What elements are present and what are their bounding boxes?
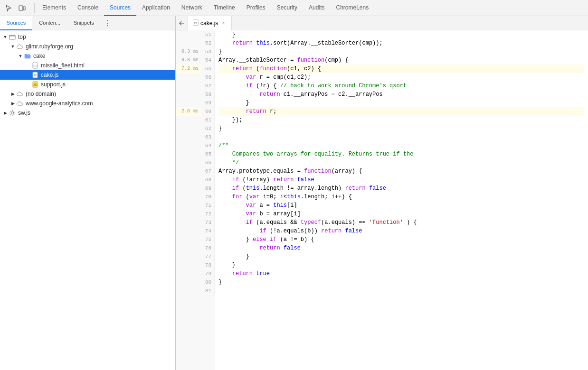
tab-timeline[interactable]: Timeline <box>208 0 241 16</box>
timing-55: 7.2 ms <box>176 65 201 73</box>
tree-item-missile-fleet[interactable]: HTMLmissile_fleet.html <box>0 61 175 70</box>
svg-rect-1 <box>23 7 25 10</box>
tree-item-google-analytics[interactable]: ▶www.google-analytics.com <box>0 99 175 108</box>
tree-icon-cake-folder <box>24 52 31 60</box>
file-tab-cakejs-close[interactable]: × <box>220 20 227 27</box>
gutter-row-63: 63 <box>176 133 215 141</box>
tree-label-cake-js: cake.js <box>41 72 58 78</box>
code-line-73: if (a.equals && typeof(a.equals) == 'fun… <box>218 218 584 227</box>
gutter-row-75: 75 <box>176 235 215 244</box>
gutter-row-53: 0.3 ms53 <box>176 47 215 56</box>
code-area[interactable]: 51520.3 ms530.8 ms547.2 ms55565758592.0 … <box>176 30 588 370</box>
svg-text:JS: JS <box>33 83 37 86</box>
gutter-row-78: 78 <box>176 261 215 269</box>
tree-item-cake-js[interactable]: JScake.js <box>0 70 175 80</box>
linenum-66: 66 <box>201 158 215 167</box>
tab-security[interactable]: Security <box>271 0 303 16</box>
code-line-53: } <box>218 47 584 56</box>
code-line-80: } <box>218 278 584 287</box>
code-line-64: /** <box>218 141 584 150</box>
tree-chevron-missile-fleet <box>25 62 31 69</box>
code-line-78: } <box>218 261 584 269</box>
code-line-74: if (!a.equals(b)) return false <box>218 227 584 235</box>
timing-53: 0.3 ms <box>176 47 201 56</box>
svg-rect-0 <box>19 6 23 10</box>
tree-chevron-cake-folder: ▼ <box>17 53 24 59</box>
tab-chromelens[interactable]: ChromeLens <box>330 0 374 16</box>
gutter-row-57: 57 <box>176 82 215 90</box>
tree-icon-sw-js <box>9 109 16 117</box>
code-line-59: } <box>218 99 584 107</box>
tab-application[interactable]: Application <box>136 0 176 16</box>
gutter-row-67: 67 <box>176 167 215 176</box>
sub-tab-snippets[interactable]: Snippets <box>67 16 101 30</box>
tree-item-glimr[interactable]: ▼glimr.rubyforge.org <box>0 42 175 51</box>
gutter-row-77: 77 <box>176 252 215 261</box>
tree-label-cake-folder: cake <box>33 53 45 59</box>
code-line-52: return this.sort(Array.__stableSorter(cm… <box>218 39 584 47</box>
timing-60: 2.0 ms <box>176 107 201 116</box>
tree-item-support-js[interactable]: JSsupport.js <box>0 80 175 89</box>
linenum-58: 58 <box>201 90 215 99</box>
tab-profiles[interactable]: Profiles <box>241 0 271 16</box>
gutter-row-72: 72 <box>176 210 215 218</box>
code-content[interactable]: } return this.sort(Array.__stableSorter(… <box>215 30 588 370</box>
toolbar-icon-group <box>2 1 28 15</box>
linenum-69: 69 <box>201 184 215 193</box>
gutter-row-62: 62 <box>176 124 215 133</box>
linenum-73: 73 <box>201 218 215 227</box>
gutter-row-70: 70 <box>176 193 215 201</box>
tree-chevron-google-analytics: ▶ <box>9 100 16 107</box>
tree-item-sw-js[interactable]: ▶sw.js <box>0 108 175 118</box>
tree-icon-no-domain <box>16 90 24 98</box>
file-tabs: JScake.js× <box>176 16 588 30</box>
code-line-68: if (!array) return false <box>218 176 584 184</box>
linenum-52: 52 <box>201 39 215 47</box>
linenum-71: 71 <box>201 201 215 210</box>
tab-elements[interactable]: Elements <box>37 0 72 16</box>
tree-chevron-glimr: ▼ <box>9 43 16 50</box>
file-tab-cakejs[interactable]: JScake.js× <box>188 16 232 30</box>
code-line-77: } <box>218 252 584 261</box>
gutter-row-76: 76 <box>176 244 215 252</box>
tree-item-top[interactable]: ▼top <box>0 32 175 42</box>
gutter-row-80: 80 <box>176 278 215 287</box>
sub-tabs-more-button[interactable]: ⋮ <box>102 18 113 29</box>
main-container: SourcesConten...Snippets⋮ ▼top▼glimr.rub… <box>0 16 588 370</box>
code-line-67: Array.prototype.equals = function(array)… <box>218 167 584 176</box>
sub-tab-sources[interactable]: Sources <box>0 16 32 30</box>
code-line-79: return true <box>218 269 584 278</box>
code-line-76: return false <box>218 244 584 252</box>
gutter-row-58: 58 <box>176 90 215 99</box>
code-line-65: Compares two arrays for equality. Return… <box>218 150 584 158</box>
gutter-row-59: 59 <box>176 99 215 107</box>
tab-sources[interactable]: Sources <box>104 0 136 16</box>
linenum-56: 56 <box>201 73 215 82</box>
gutter-row-73: 73 <box>176 218 215 227</box>
tab-console[interactable]: Console <box>72 0 104 16</box>
file-tab-navigate-icon[interactable] <box>176 16 188 30</box>
linenum-53: 53 <box>201 47 215 56</box>
sub-tab-content[interactable]: Conten... <box>32 16 67 30</box>
tree-chevron-support-js <box>25 81 31 88</box>
tab-network[interactable]: Network <box>176 0 208 16</box>
tree-item-cake-folder[interactable]: ▼cake <box>0 51 175 61</box>
code-line-70: for (var i=0; i<this.length; i++) { <box>218 193 584 201</box>
linenum-59: 59 <box>201 99 215 107</box>
svg-text:HTML: HTML <box>33 65 38 67</box>
tree-chevron-sw-js: ▶ <box>2 110 9 116</box>
linenum-55: 55 <box>201 65 215 73</box>
toolbar: ElementsConsoleSourcesApplicationNetwork… <box>0 0 588 16</box>
linenum-81: 81 <box>201 287 215 295</box>
linenum-64: 64 <box>201 141 215 150</box>
tree-label-glimr: glimr.rubyforge.org <box>26 43 73 50</box>
linenum-77: 77 <box>201 252 215 261</box>
code-line-62: } <box>218 124 584 133</box>
cursor-icon[interactable] <box>2 1 15 15</box>
tab-audits[interactable]: Audits <box>303 0 330 16</box>
linenum-74: 74 <box>201 227 215 235</box>
linenum-79: 79 <box>201 269 215 278</box>
linenum-54: 54 <box>201 56 215 65</box>
device-toolbar-icon[interactable] <box>15 1 28 15</box>
tree-item-no-domain[interactable]: ▶(no domain) <box>0 89 175 99</box>
